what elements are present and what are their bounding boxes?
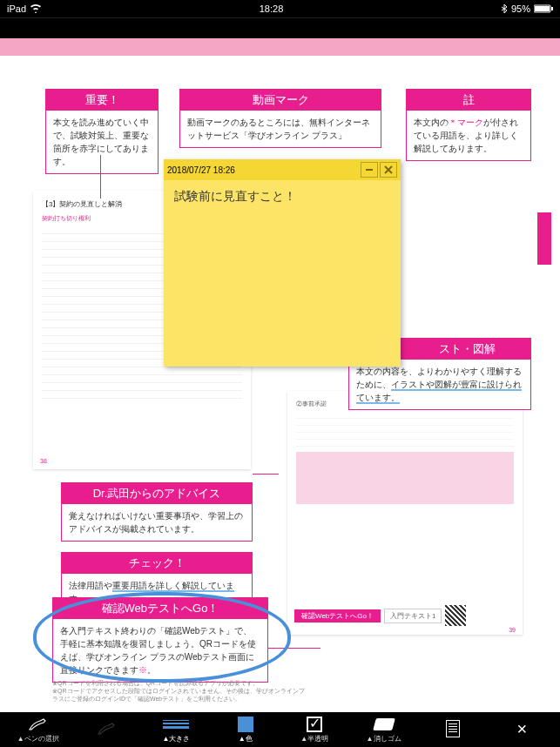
annotation-toolbar: ▲ペンの選択 ▲大きさ ▲色 ▲半透明 ▲消しゴム ×: [0, 712, 560, 747]
tool-label: ▲色: [239, 734, 253, 744]
callout-title: 註: [407, 90, 530, 111]
app-title-bar: [0, 17, 560, 38]
tool-label: ▲ペンの選択: [17, 734, 59, 744]
minimize-button[interactable]: [361, 162, 378, 178]
callout-title: 確認WebテストへGo！: [53, 598, 267, 619]
goto-webtest-label: 確認WebテストへGo！: [294, 609, 381, 622]
svg-rect-2: [551, 7, 553, 10]
close-icon: ×: [516, 719, 527, 739]
checkbox-icon: [307, 717, 322, 732]
status-time: 18:28: [260, 3, 284, 14]
callout-title: チェック！: [62, 553, 252, 574]
page-side-tab: [537, 212, 551, 265]
pen-icon: [97, 722, 118, 736]
tool-label: ▲半透明: [300, 734, 328, 744]
callout-video: 動画マーク 動画マークのあるところには、無料インターネットサービス「学びオンライ…: [179, 89, 381, 148]
svg-rect-1: [535, 6, 550, 11]
callout-body: 本文内の＊マークが付されている用語を、より詳しく解説してあります。: [407, 111, 530, 160]
tool-label: ▲消しゴム: [367, 734, 401, 744]
sticky-timestamp: 2018/07/27 18:26: [167, 165, 235, 175]
callout-advice: Dr.武田からのアドバイス 覚えなければいけない重要事項や、学習上のアドバイスが…: [61, 482, 253, 542]
pen-select-tool[interactable]: ▲ペンの選択: [3, 717, 72, 744]
callout-note: 註 本文内の＊マークが付されている用語を、より詳しく解説してあります。: [406, 89, 531, 161]
callout-webtest: 確認WebテストへGo！ 各入門テキスト終わりの「確認Webテスト」で、手軽に基…: [52, 597, 268, 683]
pen-disabled-tool: [72, 721, 141, 738]
callout-title: Dr.武田からのアドバイス: [62, 483, 252, 504]
document-page-right: ②事前承諾 確認WebテストへGo！ 入門テキスト1 39: [287, 391, 523, 635]
close-button[interactable]: [380, 162, 397, 178]
sticky-note-header[interactable]: 2018/07/27 18:26: [164, 159, 401, 180]
size-tool[interactable]: ▲大きさ: [142, 717, 211, 744]
webtest-footnote: ※QRコードを利用される場合は、QRコードを読み取るアプリが必要です。 ※QRコ…: [52, 679, 305, 703]
page-tool[interactable]: [418, 721, 487, 738]
connector-line: [253, 474, 279, 474]
opacity-tool[interactable]: ▲半透明: [280, 717, 349, 744]
eraser-icon: [373, 718, 395, 730]
pen-icon: [28, 717, 49, 731]
line-thickness-icon: [163, 720, 189, 729]
connector-line: [268, 648, 320, 649]
close-icon: [383, 165, 394, 175]
battery-percent: 95%: [511, 3, 530, 14]
bluetooth-icon: [501, 4, 508, 13]
minimize-icon: [364, 165, 374, 175]
close-tool[interactable]: ×: [488, 721, 557, 738]
callout-body: 動画マークのあるところには、無料インターネットサービス「学びオンライン プラス」: [180, 111, 381, 147]
color-swatch-icon: [238, 717, 253, 732]
callout-important: 重要！ 本文を読み進めていく中で、試験対策上、重要な箇所を赤字にしてあります。: [45, 89, 159, 174]
callout-title: 動画マーク: [180, 90, 381, 111]
status-bar: iPad 18:28 95%: [0, 0, 560, 17]
wifi-icon: [30, 4, 42, 13]
callout-body: 各入門テキスト終わりの「確認Webテスト」で、手軽に基本知識を復習しましょう。Q…: [53, 619, 267, 682]
qr-code: [445, 605, 466, 626]
document-viewport[interactable]: 【3】契約の見直しと解消 契約打ち切り権利 38 ②事前承諾 確認Webテストへ…: [0, 56, 560, 712]
carrier-label: iPad: [7, 3, 26, 14]
callout-title: 重要！: [46, 90, 158, 111]
battery-icon: [534, 4, 553, 13]
svg-rect-3: [366, 169, 373, 171]
connector-line: [100, 155, 101, 199]
document-header: [0, 38, 560, 56]
callout-body: 覚えなければいけない重要事項や、学習上のアドバイスが掲載されています。: [62, 504, 252, 541]
sticky-note[interactable]: 2018/07/27 18:26 試験前に見直すこと！: [164, 159, 401, 367]
goto-target: 入門テキスト1: [384, 609, 442, 623]
eraser-tool[interactable]: ▲消しゴム: [349, 717, 418, 744]
page-icon: [446, 720, 460, 737]
callout-body: 本文の内容を、よりわかりやすく理解するために、イラストや図解が豊富に設けられてい…: [349, 360, 530, 409]
callout-body: 本文を読み進めていく中で、試験対策上、重要な箇所を赤字にしてあります。: [46, 111, 158, 173]
tool-label: ▲大きさ: [162, 734, 190, 744]
sticky-note-text[interactable]: 試験前に見直すこと！: [164, 180, 401, 213]
color-tool[interactable]: ▲色: [211, 717, 280, 744]
